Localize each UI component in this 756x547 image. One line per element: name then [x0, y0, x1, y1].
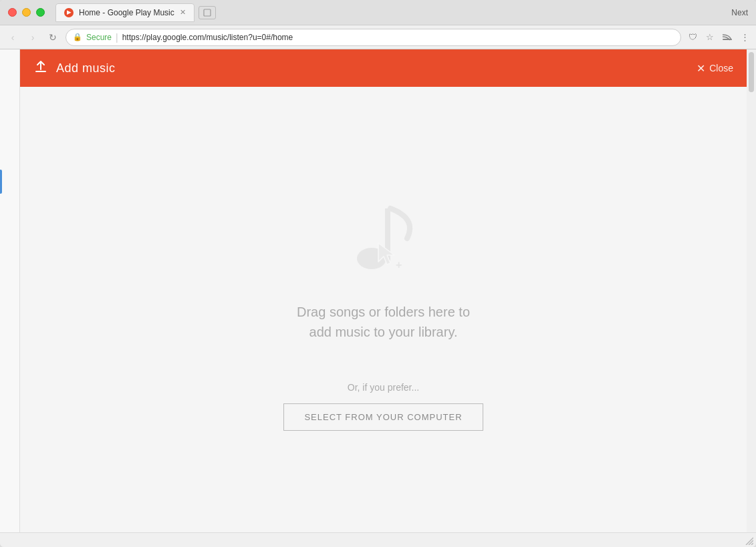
bottom-bar — [0, 532, 756, 547]
cast-icon[interactable] — [721, 31, 733, 43]
close-button[interactable]: ✕ Close — [697, 62, 733, 75]
drag-text-line1: Drag songs or folders here to — [297, 302, 470, 322]
address-field[interactable]: 🔒 Secure | https://play.google.com/music… — [66, 29, 681, 46]
music-note-icon: + — [344, 188, 424, 282]
modal-title-area: Add music — [33, 59, 116, 77]
tab-favicon: ▶ — [64, 8, 74, 17]
sidebar — [0, 49, 20, 532]
close-x-icon: ✕ — [697, 62, 705, 75]
prefer-text: Or, if you prefer... — [348, 382, 419, 393]
star-icon[interactable]: ☆ — [704, 31, 716, 43]
refresh-icon: ↻ — [49, 32, 57, 43]
refresh-button[interactable]: ↻ — [45, 30, 60, 45]
scrollbar-thumb[interactable] — [749, 52, 754, 92]
active-tab[interactable]: ▶ Home - Google Play Music ✕ — [55, 3, 195, 22]
tab-close-button[interactable]: ✕ — [180, 8, 186, 17]
minimize-traffic-light[interactable] — [22, 8, 31, 17]
titlebar: ▶ Home - Google Play Music ✕ Next — [0, 0, 756, 25]
shield-icon[interactable]: 🛡 — [686, 31, 699, 43]
browser-content: Add music ✕ Close — [0, 49, 756, 532]
addressbar: ‹ › ↻ 🔒 Secure | https://play.google.com… — [0, 25, 756, 49]
close-label: Close — [709, 63, 733, 73]
modal-body: + Drag songs or folders here to add musi… — [20, 87, 747, 532]
modal-header: Add music ✕ Close — [20, 49, 747, 87]
forward-button[interactable]: › — [25, 30, 40, 45]
traffic-lights — [8, 8, 45, 17]
svg-rect-0 — [204, 9, 211, 16]
forward-icon: › — [31, 32, 35, 43]
modal-area: Add music ✕ Close — [20, 49, 747, 532]
music-icon-container: + — [344, 188, 424, 282]
drag-text: Drag songs or folders here to add music … — [297, 302, 470, 342]
sidebar-accent — [0, 170, 2, 194]
back-button[interactable]: ‹ — [5, 30, 20, 45]
secure-label: Secure — [86, 33, 112, 42]
select-from-computer-button[interactable]: SELECT FROM YOUR COMPUTER — [283, 403, 483, 431]
addressbar-icons: 🛡 ☆ ⋮ — [686, 31, 751, 43]
next-label: Next — [731, 8, 748, 17]
maximize-traffic-light[interactable] — [36, 8, 45, 17]
svg-text:+: + — [396, 259, 402, 270]
scrollbar-area — [747, 49, 756, 532]
lock-icon: 🔒 — [73, 33, 82, 41]
menu-icon[interactable]: ⋮ — [739, 31, 751, 43]
new-tab-button[interactable] — [199, 6, 216, 19]
back-icon: ‹ — [11, 32, 15, 43]
tab-label: Home - Google Play Music — [79, 8, 174, 17]
close-traffic-light[interactable] — [8, 8, 17, 17]
svg-rect-2 — [35, 71, 46, 72]
url-text: https://play.google.com/music/listen?u=0… — [122, 33, 293, 42]
modal-title: Add music — [56, 61, 116, 75]
drag-text-line2: add music to your library. — [297, 322, 470, 342]
browser-window: ▶ Home - Google Play Music ✕ Next ‹ › ↻ … — [0, 0, 756, 547]
resize-handle[interactable] — [744, 536, 753, 545]
url-divider: | — [116, 32, 118, 43]
tab-area: ▶ Home - Google Play Music ✕ — [55, 3, 731, 22]
upload-icon — [33, 59, 48, 77]
